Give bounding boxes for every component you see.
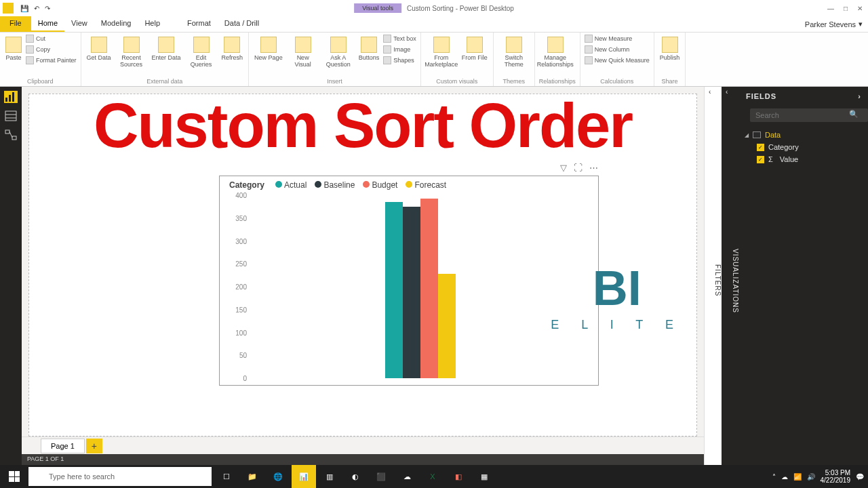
format-painter-button[interactable]: Format Painter <box>26 56 77 65</box>
field-value[interactable]: ✓ΣValue <box>745 153 863 165</box>
app-button[interactable]: ▥ <box>317 465 342 488</box>
from-file-icon <box>467 37 483 53</box>
undo-icon[interactable]: ↶ <box>33 3 41 14</box>
legend-item: Budget <box>363 180 397 190</box>
legend-item: Baseline <box>315 180 355 190</box>
minimize-button[interactable]: — <box>827 5 834 12</box>
tray-up-icon[interactable]: ˄ <box>772 473 776 481</box>
windows-logo-icon <box>9 471 20 482</box>
new-visual-button[interactable]: New Visual <box>287 34 319 69</box>
redo-icon[interactable]: ↷ <box>43 3 52 14</box>
y-tick: 200 <box>235 283 247 291</box>
wifi-icon[interactable]: 📶 <box>793 473 802 481</box>
taskbar-search[interactable]: Type here to search <box>28 467 212 486</box>
visualizations-pane-collapsed[interactable]: ‹VISUALIZATIONS <box>722 87 739 465</box>
tab-view[interactable]: View <box>64 16 94 32</box>
relationships-icon <box>547 37 564 53</box>
bar-budget[interactable] <box>420 199 438 378</box>
file-tab[interactable]: File <box>0 16 31 32</box>
app-button[interactable]: ⬛ <box>369 465 393 488</box>
report-canvas[interactable]: Custom Sort Order ▽ ⛶ ⋯ Category Actual … <box>28 94 697 436</box>
textbox-button[interactable]: Text box <box>383 34 416 43</box>
manage-relationships-button[interactable]: Manage Relationships <box>539 34 572 69</box>
paste-button[interactable]: Paste <box>4 34 23 62</box>
fields-tree: ◢Data ✓Category ✓ΣValue <box>739 125 868 169</box>
legend-title: Category <box>229 180 264 190</box>
checkbox-checked-icon[interactable]: ✓ <box>757 144 764 151</box>
cut-label: Cut <box>36 35 45 42</box>
app-icon <box>3 3 14 14</box>
focus-icon[interactable]: ⛶ <box>574 163 583 173</box>
app-button[interactable]: ▦ <box>472 465 496 488</box>
app-button[interactable]: ◧ <box>446 465 471 488</box>
tab-format[interactable]: Format <box>180 16 218 32</box>
tab-help[interactable]: Help <box>138 16 167 32</box>
refresh-button[interactable]: Refresh <box>220 34 245 62</box>
group-custom-label: Custom visuals <box>425 78 489 85</box>
close-button[interactable]: ✕ <box>857 5 863 12</box>
bars-container <box>250 195 591 378</box>
copy-button[interactable]: Copy <box>26 45 77 54</box>
checkbox-checked-icon[interactable]: ✓ <box>757 156 764 163</box>
marketplace-icon <box>433 37 450 53</box>
new-measure-button[interactable]: New Measure <box>585 34 650 43</box>
field-category[interactable]: ✓Category <box>745 141 863 153</box>
enter-data-button[interactable]: Enter Data <box>151 34 182 62</box>
bar-actual[interactable] <box>385 202 403 378</box>
data-view-button[interactable] <box>4 110 18 122</box>
group-calc-label: Calculations <box>585 78 650 85</box>
filter-icon[interactable]: ▽ <box>560 163 567 173</box>
chrome-button[interactable]: 🌐 <box>266 465 290 488</box>
shapes-icon <box>383 56 391 64</box>
bar-baseline[interactable] <box>403 207 420 378</box>
add-page-button[interactable]: + <box>86 439 102 453</box>
start-button[interactable] <box>0 465 28 488</box>
model-view-button[interactable] <box>4 129 18 141</box>
more-icon[interactable]: ⋯ <box>589 163 598 173</box>
from-marketplace-button[interactable]: From Marketplace <box>425 34 458 69</box>
clock[interactable]: 5:03 PM 4/22/2019 <box>821 469 851 484</box>
excel-button[interactable]: X <box>420 465 445 488</box>
filters-pane-collapsed[interactable]: ‹FILTERS <box>704 87 722 465</box>
switch-theme-button[interactable]: Switch Theme <box>498 34 530 69</box>
cloud-icon[interactable]: ☁ <box>781 473 788 481</box>
tab-data-drill[interactable]: Data / Drill <box>218 16 266 32</box>
page-tab-1[interactable]: Page 1 <box>41 439 85 453</box>
image-button[interactable]: Image <box>383 45 416 54</box>
tab-modeling[interactable]: Modeling <box>94 16 138 32</box>
save-icon[interactable]: 💾 <box>19 3 30 14</box>
maximize-button[interactable]: □ <box>844 5 848 12</box>
quick-measure-button[interactable]: New Quick Measure <box>585 56 650 65</box>
report-view-button[interactable] <box>4 91 18 103</box>
group-insert-label: Insert <box>253 78 416 85</box>
theme-label: Switch Theme <box>499 54 529 68</box>
new-page-button[interactable]: New Page <box>253 34 284 62</box>
bar-forecast[interactable] <box>438 274 456 378</box>
get-data-button[interactable]: Get Data <box>85 34 113 62</box>
explorer-button[interactable]: 📁 <box>240 465 264 488</box>
chart-visual[interactable]: ▽ ⛶ ⋯ Category Actual Baseline Budget Fo… <box>219 176 599 386</box>
edit-queries-button[interactable]: Edit Queries <box>185 34 218 69</box>
notifications-icon[interactable]: 💬 <box>856 473 864 481</box>
buttons-button[interactable]: Buttons <box>357 34 381 62</box>
task-view-button[interactable]: ☐ <box>214 465 239 488</box>
column-label: New Column <box>595 46 630 53</box>
dot-icon <box>406 181 412 188</box>
app-button[interactable]: ◐ <box>343 465 368 488</box>
chevron-right-icon[interactable]: › <box>858 92 861 100</box>
powerbi-taskbar-button[interactable]: 📊 <box>292 465 316 488</box>
recent-sources-button[interactable]: Recent Sources <box>115 34 148 69</box>
tab-home[interactable]: Home <box>31 16 64 32</box>
new-column-button[interactable]: New Column <box>585 45 650 54</box>
app-button[interactable]: ☁ <box>395 465 419 488</box>
volume-icon[interactable]: 🔊 <box>807 473 815 481</box>
svg-rect-7 <box>12 136 16 140</box>
publish-button[interactable]: Publish <box>658 34 682 62</box>
textbox-icon <box>383 35 391 43</box>
shapes-button[interactable]: Shapes <box>383 56 416 65</box>
cut-button[interactable]: Cut <box>26 34 77 43</box>
user-badge[interactable]: Parker Stevens ▾ <box>805 16 863 32</box>
from-file-button[interactable]: From File <box>460 34 489 62</box>
table-node[interactable]: ◢Data <box>745 129 863 141</box>
ask-question-button[interactable]: Ask A Question <box>322 34 355 69</box>
